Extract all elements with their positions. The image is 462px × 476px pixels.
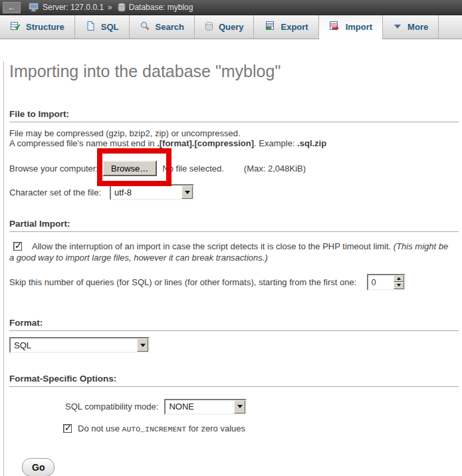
browse-row: Browse your computer: Browse… No file se… — [9, 160, 459, 177]
format-compression-example: .[format].[compression] — [157, 138, 254, 148]
skip-queries-row: Skip this number of queries (for SQL) or… — [9, 273, 459, 291]
breadcrumb-bar: ← Server: 127.0.0.1 » Database: myblog — [0, 0, 462, 15]
auto-increment-checkbox[interactable]: ✓ — [63, 424, 72, 433]
charset-row: Character set of the file: utf-8 — [9, 183, 459, 201]
dropdown-arrow-icon[interactable] — [234, 400, 245, 414]
allow-interruption-checkbox[interactable]: ✓ — [13, 242, 22, 251]
tab-label: More — [407, 22, 428, 32]
auto-increment-label: Do not use AUTO_INCREMENT for zero value… — [78, 423, 245, 433]
main-content: Importing into the database "myblog" Fil… — [3, 61, 462, 476]
tab-label: Export — [281, 22, 308, 32]
server-icon — [29, 3, 39, 12]
allow-interruption-label: Allow the interruption of an import in c… — [32, 241, 394, 251]
tab-import[interactable]: Import — [319, 15, 383, 39]
back-button[interactable]: ← — [3, 2, 21, 13]
charset-selected-value: utf-8 — [111, 185, 181, 199]
tab-sql[interactable]: SQL — [75, 15, 130, 39]
import-icon — [329, 21, 340, 33]
format-selected-value: SQL — [11, 338, 137, 352]
tab-label: Query — [219, 22, 244, 32]
search-icon — [140, 21, 150, 33]
no-file-selected-text: No file selected. — [162, 164, 224, 174]
tab-export[interactable]: Export — [254, 15, 318, 39]
charset-select[interactable]: utf-8 — [110, 184, 194, 200]
tab-more[interactable]: More — [383, 15, 439, 39]
database-icon — [118, 3, 126, 12]
breadcrumb-database[interactable]: Database: myblog — [129, 3, 193, 12]
export-icon — [264, 21, 275, 33]
go-button[interactable]: Go — [22, 458, 55, 476]
page-title: Importing into the database "myblog" — [9, 61, 459, 81]
back-arrow-icon: ← — [8, 3, 16, 11]
query-database-icon — [205, 21, 213, 33]
sql-compatibility-label: SQL compatibility mode: — [65, 402, 158, 412]
stepper-down-button[interactable] — [394, 282, 404, 289]
allow-interruption-row: ✓Allow the interruption of an import in … — [9, 241, 453, 263]
tab-search[interactable]: Search — [130, 15, 195, 39]
charset-label: Character set of the file: — [9, 187, 110, 197]
auto-increment-code: AUTO_INCREMENT — [122, 425, 187, 433]
stepper-up-button[interactable] — [394, 275, 404, 283]
breadcrumb-separator: » — [108, 3, 112, 12]
compression-info-line: File may be compressed (gzip, bzip2, zip… — [9, 128, 459, 138]
browse-button[interactable]: Browse… — [102, 160, 157, 176]
breadcrumb-server[interactable]: Server: 127.0.0.1 — [43, 3, 104, 12]
sql-icon — [85, 21, 96, 33]
format-select[interactable]: SQL — [9, 337, 150, 353]
tab-bar: Structure SQL Search Query — [0, 15, 462, 39]
sqlzip-example: .sql.zip — [297, 138, 326, 148]
section-heading-format-options: Format-Specific Options: — [9, 374, 459, 387]
max-size-note: (Max: 2,048KiB) — [244, 164, 306, 174]
tab-structure[interactable]: Structure — [0, 15, 75, 39]
browse-label: Browse your computer: — [9, 164, 102, 174]
filename-format-line: A compressed file's name must end in .[f… — [9, 138, 459, 148]
dropdown-arrow-icon[interactable] — [181, 185, 193, 199]
file-import-description: File may be compressed (gzip, bzip2, zip… — [9, 128, 459, 148]
tab-label: Structure — [26, 22, 64, 32]
skip-queries-value: 0 — [368, 275, 394, 289]
sql-compatibility-value: NONE — [166, 400, 234, 414]
checkmark-icon: ✓ — [64, 423, 72, 433]
section-heading-format: Format: — [9, 318, 459, 331]
dropdown-arrow-icon[interactable] — [137, 338, 148, 352]
tab-query[interactable]: Query — [195, 15, 255, 39]
format-row: SQL — [9, 337, 459, 353]
section-heading-file-to-import: File to Import: — [9, 109, 459, 122]
auto-increment-row: ✓Do not use AUTO_INCREMENT for zero valu… — [9, 423, 459, 433]
section-heading-partial-import: Partial Import: — [9, 219, 459, 232]
structure-icon — [10, 21, 21, 33]
skip-queries-stepper[interactable]: 0 — [367, 274, 405, 291]
checkmark-icon: ✓ — [15, 241, 22, 251]
tab-label: Search — [156, 22, 184, 32]
skip-queries-label: Skip this number of queries (for SQL) or… — [9, 277, 356, 287]
tab-label: Import — [346, 22, 372, 32]
chevron-down-icon — [393, 22, 402, 32]
tab-label: SQL — [101, 22, 119, 32]
sql-compatibility-select[interactable]: NONE — [164, 399, 247, 415]
sql-compatibility-row: SQL compatibility mode: NONE — [9, 398, 459, 415]
